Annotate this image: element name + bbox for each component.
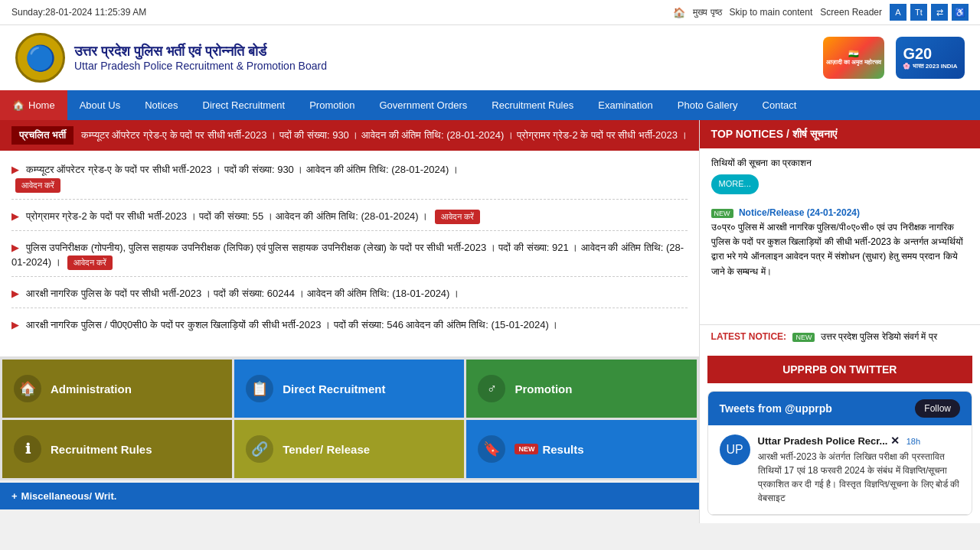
recruitment-item-2: ▶ प्रोग्रामर ग्रेड-2 के पदों पर सीधी भर्…: [11, 209, 688, 231]
azadi-logo: 🇮🇳 आज़ादी का अमृत महोत्सव: [823, 37, 884, 79]
latest-notice-label: LATEST NOTICE:: [711, 331, 786, 342]
font-size-toggle[interactable]: Tt: [910, 4, 927, 21]
left-section: प्रचलित भर्ती कम्प्यूटर ऑपरेटर ग्रेड-ए क…: [0, 120, 699, 523]
arrow-icon-3: ▶: [11, 242, 19, 253]
qa-results[interactable]: 🔖 NEW Results: [466, 420, 696, 478]
nav-recruitment-rules[interactable]: Recruitment Rules: [479, 90, 586, 120]
qa-promotion[interactable]: ♂ Promotion: [466, 360, 696, 418]
notices-content: तिथियों की सूचना का प्रकाशन MORE... NEW …: [700, 148, 980, 324]
arrow-icon-2: ▶: [11, 210, 19, 222]
home-nav-icon: 🏠: [12, 99, 24, 111]
tweet-text: आरक्षी भर्ती-2023 के अंतर्गत लिखित परीक्…: [758, 450, 960, 505]
tender-icon: 🔗: [246, 435, 273, 463]
datetime-display: Sunday:28-01-2024 11:25:39 AM: [11, 7, 146, 18]
apply-btn-3[interactable]: आवेदन करें: [67, 255, 113, 270]
twitter-widget-header: Tweets from @upprpb Follow: [708, 392, 972, 425]
tweet-header: Uttar Pradesh Police Recr... ✕ 18h: [758, 434, 960, 447]
nav-about-us[interactable]: About Us: [67, 90, 132, 120]
twitter-widget: Tweets from @upprpb Follow UP Uttar Prad…: [707, 391, 972, 516]
nav-photo-gallery[interactable]: Photo Gallery: [665, 90, 750, 120]
recruitment-item-5: ▶ आरक्षी नागरिक पुलिस / पी0ए0सी0 के पदों…: [11, 317, 688, 339]
main-content: प्रचलित भर्ती कम्प्यूटर ऑपरेटर ग्रेड-ए क…: [0, 120, 980, 523]
contrast-toggle[interactable]: ⇄: [931, 4, 948, 21]
notice-text-1: तिथियों की सूचना का प्रकाशन: [711, 156, 969, 171]
header: 🔵 उत्तर प्रदेश पुलिस भर्ती एवं प्रोन्नति…: [0, 25, 980, 90]
recruitment-text-4: आरक्षी नागरिक पुलिस के पदों पर सीधी भर्त…: [26, 288, 459, 299]
apply-btn-1[interactable]: आवेदन करें: [15, 178, 60, 193]
twitter-section: UPPRPB ON TWITTER Tweets from @upprpb Fo…: [700, 348, 980, 523]
tweet-time: 18h: [906, 437, 920, 446]
nav-home[interactable]: 🏠 Home: [0, 90, 67, 120]
notice-entry-2: NEW Notice/Release (24-01-2024) उ०प्र० प…: [711, 206, 969, 279]
nav-examination[interactable]: Examination: [586, 90, 665, 120]
latest-new-badge: NEW: [792, 333, 815, 342]
home-icon: 🏠: [673, 7, 685, 18]
direct-recruitment-icon: 📋: [246, 375, 273, 402]
top-notices-header: TOP NOTICES / शीर्ष सूचनाएं: [700, 120, 980, 148]
top-bar: Sunday:28-01-2024 11:25:39 AM 🏠 मुख्य पृ…: [0, 0, 980, 25]
recruitment-text-5: आरक्षी नागरिक पुलिस / पी0ए0सी0 के पदों प…: [26, 319, 559, 330]
accessibility-tools: A Tt ⇄ ♿: [890, 4, 969, 21]
pracharit-bharti-bar: प्रचलित भर्ती कम्प्यूटर ऑपरेटर ग्रेड-ए क…: [0, 120, 699, 151]
arrow-icon-1: ▶: [11, 164, 19, 175]
nav-promotion[interactable]: Promotion: [297, 90, 367, 120]
qa-direct-recruitment[interactable]: 📋 Direct Recruitment: [234, 360, 464, 418]
recruitment-list: ▶ कम्प्यूटर ऑपरेटर ग्रेड-ए के पदों पर सी…: [0, 151, 699, 357]
tweet-item-1: UP Uttar Pradesh Police Recr... ✕ 18h आर…: [708, 425, 972, 515]
miscellaneous-bar[interactable]: + Miscellaneous/ Writ.: [0, 483, 699, 509]
notice-bar-scroll: कम्प्यूटर ऑपरेटर ग्रेड-ए के पदों पर सीधी…: [81, 129, 688, 142]
follow-button[interactable]: Follow: [915, 399, 960, 418]
nav-direct-recruitment[interactable]: Direct Recruitment: [191, 90, 298, 120]
more-button[interactable]: MORE...: [711, 174, 759, 194]
nav-notices[interactable]: Notices: [132, 90, 190, 120]
accessibility-icon[interactable]: ♿: [952, 4, 969, 21]
qa-tender-release[interactable]: 🔗 Tender/ Release: [234, 420, 464, 478]
org-emblem: 🔵: [15, 33, 65, 83]
notice-entry-1: तिथियों की सूचना का प्रकाशन MORE...: [711, 156, 969, 194]
latest-notice-text: उत्तर प्रदेश पुलिस रेडियो संवर्ग में प्र: [821, 331, 937, 342]
g20-badge: G20 🌸 भारत 2023 INDIA: [896, 37, 965, 79]
new-badge: NEW: [514, 444, 538, 454]
recruitment-item-4: ▶ आरक्षी नागरिक पुलिस के पदों पर सीधी भर…: [11, 286, 688, 308]
notice-date-2: NEW Notice/Release (24-01-2024): [711, 206, 969, 220]
qa-recruitment-rules[interactable]: ℹ Recruitment Rules: [2, 420, 232, 478]
color-toggle-blue[interactable]: A: [890, 4, 906, 21]
promotion-icon: ♂: [478, 375, 505, 402]
tweet-name: Uttar Pradesh Police Recr...: [758, 435, 888, 447]
results-icon: 🔖: [478, 435, 505, 463]
main-navigation: 🏠 Home About Us Notices Direct Recruitme…: [0, 90, 980, 120]
qa-administration[interactable]: 🏠 Administration: [2, 360, 232, 418]
apply-btn-2[interactable]: आवेदन करें: [435, 210, 480, 224]
home-link[interactable]: मुख्य पृष्ठ: [693, 7, 721, 18]
top-bar-right: 🏠 मुख्य पृष्ठ Skip to main content Scree…: [673, 4, 969, 21]
recruitment-text-2: प्रोग्रामर ग्रेड-2 के पदों पर सीधी भर्ती…: [26, 210, 429, 222]
notice-bar-title: प्रचलित भर्ती: [11, 126, 74, 145]
recruitment-text-1: कम्प्यूटर ऑपरेटर ग्रेड-ए के पदों पर सीधी…: [26, 164, 459, 175]
tweet-content: Uttar Pradesh Police Recr... ✕ 18h आरक्ष…: [758, 434, 960, 505]
tweets-from-label: Tweets from @upprpb: [720, 402, 832, 415]
tweet-avatar: UP: [720, 434, 750, 465]
right-section: TOP NOTICES / शीर्ष सूचनाएं तिथियों की स…: [699, 120, 980, 523]
twitter-section-header: UPPRPB ON TWITTER: [707, 356, 972, 383]
notice-text-2: उ०प्र० पुलिस में आरक्षी नागरिक पुलिस/पी०…: [711, 220, 969, 279]
nav-govt-orders[interactable]: Government Orders: [367, 90, 479, 120]
org-name-hindi: उत्तर प्रदेश पुलिस भर्ती एवं प्रोन्नति ब…: [74, 44, 327, 60]
arrow-icon-4: ▶: [11, 288, 19, 299]
new-badge-icon: NEW: [711, 209, 733, 218]
nav-contact[interactable]: Contact: [750, 90, 809, 120]
twitter-x-icon: ✕: [890, 434, 900, 447]
latest-notice-bar: LATEST NOTICE: NEW उत्तर प्रदेश पुलिस रे…: [700, 324, 980, 348]
recruitment-item-1: ▶ कम्प्यूटर ऑपरेटर ग्रेड-ए के पदों पर सी…: [11, 162, 688, 200]
skip-link[interactable]: Skip to main content: [730, 7, 813, 18]
recruitment-rules-icon: ℹ: [14, 435, 41, 463]
screen-reader-link[interactable]: Screen Reader: [820, 7, 882, 18]
header-badges: 🇮🇳 आज़ादी का अमृत महोत्सव G20 🌸 भारत 202…: [823, 37, 965, 79]
org-name-english: Uttar Pradesh Police Recruitment & Promo…: [74, 60, 327, 72]
recruitment-item-3: ▶ पुलिस उपनिरीक्षक (गोपनीय), पुलिस सहायक…: [11, 240, 688, 278]
administration-icon: 🏠: [14, 375, 41, 402]
plus-icon: +: [11, 490, 18, 502]
org-logo-section: 🔵 उत्तर प्रदेश पुलिस भर्ती एवं प्रोन्नति…: [15, 33, 327, 83]
arrow-icon-5: ▶: [11, 319, 19, 330]
azadi-badge: 🇮🇳 आज़ादी का अमृत महोत्सव: [823, 37, 884, 79]
org-name-block: उत्तर प्रदेश पुलिस भर्ती एवं प्रोन्नति ब…: [74, 44, 327, 72]
